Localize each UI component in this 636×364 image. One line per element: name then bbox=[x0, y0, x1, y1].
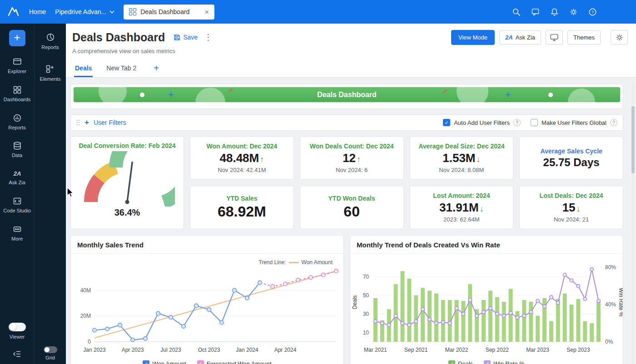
viewer-toggle[interactable] bbox=[9, 323, 26, 331]
sidebar-item-reports[interactable]: Reports bbox=[0, 113, 34, 131]
sidebar-item-more[interactable]: More bbox=[0, 225, 34, 242]
user-filters-bar: + User Filters ✓ Auto Add User Filters ?… bbox=[70, 114, 623, 131]
svg-text:Apr 2024: Apr 2024 bbox=[274, 347, 297, 353]
kpi-value: 68.92M bbox=[218, 204, 266, 220]
panel-item-reports[interactable]: Reports bbox=[41, 33, 59, 50]
kpi-value: 60 bbox=[343, 204, 360, 220]
themes-button[interactable]: Themes bbox=[567, 30, 601, 44]
legend-forecasted-won-amount[interactable]: ✓ Forecasted Won Amount bbox=[197, 360, 272, 364]
vertical-scrollbar[interactable] bbox=[631, 84, 635, 364]
kpi-value: 1.53M bbox=[442, 152, 475, 165]
svg-text:20M: 20M bbox=[80, 313, 91, 319]
svg-text:10: 10 bbox=[363, 330, 369, 336]
svg-text:50: 50 bbox=[363, 292, 369, 299]
svg-text:40M: 40M bbox=[80, 287, 91, 294]
close-tab-icon[interactable]: × bbox=[198, 8, 209, 16]
dashboard-subtitle: A comprehensive view on sales metrics bbox=[72, 48, 628, 54]
save-button[interactable]: Save bbox=[173, 34, 198, 41]
bell-icon[interactable] bbox=[550, 7, 559, 16]
zoho-analytics-logo[interactable] bbox=[6, 5, 20, 19]
trend-down-icon: ↓ bbox=[576, 205, 581, 214]
ask-zia-label: Ask Zia bbox=[516, 34, 535, 41]
search-icon[interactable] bbox=[512, 7, 521, 16]
legend-win-rate[interactable]: ✓ Win Rate % bbox=[484, 360, 525, 364]
kpi-won-deals-count: Won Deals Count: Dec 2024 12↑ Nov 2024: … bbox=[300, 136, 404, 180]
workspace-switcher[interactable]: Pipedrive Advan... bbox=[55, 8, 114, 15]
tab-deals[interactable]: Deals bbox=[74, 60, 93, 77]
sidebar-item-dashboards[interactable]: Dashboards bbox=[0, 85, 34, 103]
legend-label: Forecasted Won Amount bbox=[207, 360, 272, 364]
sidebar-item-label: More bbox=[11, 236, 23, 242]
svg-text:40%: 40% bbox=[605, 301, 616, 308]
panel-item-label: Elements bbox=[40, 76, 61, 82]
more-options-menu[interactable]: ⋮ bbox=[204, 32, 212, 42]
help-icon[interactable]: ? bbox=[588, 7, 597, 16]
ask-zia-button[interactable]: 2A Ask Zia bbox=[499, 30, 541, 44]
present-on-screen-button[interactable] bbox=[546, 30, 563, 44]
banner-decoration-circle bbox=[457, 87, 488, 102]
kpi-title: Lost Amount: 2024 bbox=[433, 192, 490, 199]
trend-up-icon: ↑ bbox=[357, 155, 361, 164]
monthly-sales-trend-widget: Monthly Sales Trend Trend Line: Won Amou… bbox=[70, 235, 344, 364]
auto-add-user-filters-checkbox[interactable]: ✓ bbox=[443, 119, 450, 126]
legend-checkbox[interactable]: ✓ bbox=[448, 360, 455, 364]
open-dashboard-tab[interactable]: Deals Dashboard × bbox=[124, 5, 214, 20]
kpi-subtext: 2023: 62.64M bbox=[443, 216, 480, 223]
settings-icon[interactable] bbox=[569, 7, 578, 16]
sidebar-item-data[interactable]: Data bbox=[0, 141, 34, 159]
collapse-sidebar-button[interactable] bbox=[0, 344, 34, 364]
drag-handle-icon[interactable] bbox=[76, 119, 80, 126]
legend-checkbox[interactable]: ✓ bbox=[484, 360, 491, 364]
scrollbar-thumb[interactable] bbox=[631, 106, 635, 173]
view-mode-button[interactable]: View Mode bbox=[451, 30, 495, 45]
auto-add-help-icon[interactable]: ? bbox=[513, 119, 521, 126]
home-link[interactable]: Home bbox=[29, 8, 46, 15]
kpi-value: 25.75 Days bbox=[543, 157, 600, 168]
banner-widget: Deals Dashboard bbox=[70, 84, 623, 109]
comment-icon[interactable] bbox=[531, 7, 540, 16]
create-new-button[interactable]: + bbox=[9, 30, 25, 46]
svg-text:0: 0 bbox=[88, 339, 91, 345]
add-tab-button[interactable]: + bbox=[150, 61, 163, 77]
legend-checkbox[interactable]: ✓ bbox=[143, 360, 149, 364]
chart-title: Monthly Trend of Deals Created Vs Win Ra… bbox=[350, 236, 623, 254]
svg-text:?: ? bbox=[591, 9, 593, 14]
banner-title: Deals Dashboard bbox=[317, 91, 377, 99]
legend-checkbox[interactable]: ✓ bbox=[197, 360, 204, 364]
database-icon bbox=[13, 141, 22, 150]
sidebar-item-code-studio[interactable]: Code Studio bbox=[0, 197, 34, 214]
make-user-filters-global-checkbox[interactable] bbox=[531, 119, 538, 126]
kpi-lost-deals: Lost Deals: Dec 2024 15↓ Nov 2024: 21 bbox=[519, 186, 623, 229]
sidebar-item-explorer[interactable]: Explorer bbox=[0, 57, 34, 75]
sidebar-item-label: Ask Zia bbox=[9, 180, 25, 186]
page-title: Deals Dashboard bbox=[72, 31, 165, 44]
banner-sparkle-icon bbox=[168, 92, 174, 98]
banner-decoration-dash bbox=[229, 89, 233, 93]
panel-item-elements[interactable]: Elements bbox=[40, 64, 61, 82]
app-root: Home Pipedrive Advan... Deals Dashboard … bbox=[0, 0, 636, 364]
sidebar-item-ask-zia[interactable]: 2A Ask Zia bbox=[0, 169, 34, 186]
kpi-title: Won Deals Count: Dec 2024 bbox=[310, 143, 394, 150]
reports-icon bbox=[13, 113, 22, 123]
legend-won-amount[interactable]: ✓ Won Amount bbox=[143, 360, 186, 364]
banner: Deals Dashboard bbox=[74, 87, 620, 102]
banner-decoration-circle bbox=[195, 88, 225, 102]
dashboard-settings-button[interactable] bbox=[611, 30, 628, 44]
kpi-average-deal-size: Average Deal Size: Dec 2024 1.53M↓ Nov 2… bbox=[410, 136, 514, 180]
grid-toggle[interactable] bbox=[44, 346, 57, 353]
sidebar-item-label: Data bbox=[12, 152, 22, 159]
charts-row: Monthly Sales Trend Trend Line: Won Amou… bbox=[70, 235, 623, 364]
tab-new-tab-2[interactable]: New Tab 2 bbox=[105, 60, 137, 77]
add-user-filter-icon[interactable]: + bbox=[84, 118, 89, 127]
dashboard-tab-title: Deals Dashboard bbox=[140, 8, 189, 15]
legend-label: Won Amount bbox=[152, 360, 186, 364]
svg-text:70: 70 bbox=[363, 274, 369, 280]
svg-text:Mar 2021: Mar 2021 bbox=[364, 347, 387, 353]
legend-deals[interactable]: ✓ Deals bbox=[448, 360, 473, 364]
kpi-value: 31.91M bbox=[439, 201, 479, 214]
banner-sparkle-icon bbox=[505, 92, 511, 98]
svg-text:Sep 2022: Sep 2022 bbox=[486, 347, 509, 353]
kpi-title: Average Deal Size: Dec 2024 bbox=[418, 143, 504, 150]
user-filters-label[interactable]: User Filters bbox=[94, 119, 126, 126]
make-global-help-icon[interactable]: ? bbox=[610, 119, 617, 126]
